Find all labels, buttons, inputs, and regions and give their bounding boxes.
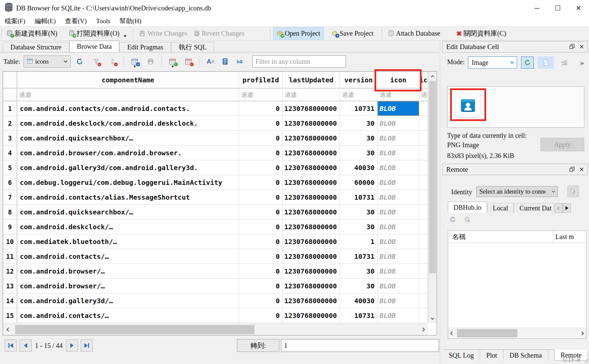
write-changes-button[interactable]: Write Changes <box>136 28 191 39</box>
cell-profileId[interactable]: 0 <box>239 264 283 279</box>
menu-item-3[interactable]: Tools <box>91 16 115 26</box>
word-wrap-button[interactable] <box>222 58 229 65</box>
close-panel-icon[interactable]: × <box>579 43 584 50</box>
horizontal-scrollbar-thumb[interactable] <box>15 325 254 334</box>
mode-combobox[interactable]: Image <box>468 56 517 69</box>
cell-componentName[interactable]: com.android.contacts/alias.MessageShortc… <box>17 190 239 205</box>
scroll-right-icon[interactable] <box>578 328 586 338</box>
null-value-button[interactable] <box>558 56 571 69</box>
cell-icon[interactable]: BLOB <box>378 160 419 175</box>
row-number[interactable]: 13 <box>3 279 17 293</box>
cell-lastUpdated[interactable]: 1230768000000 <box>283 308 340 323</box>
identity-combobox[interactable]: Select an identity to conne <box>476 186 558 197</box>
cell-icon[interactable]: BLOB <box>378 219 419 234</box>
bottom-tab-plot[interactable]: Plot <box>480 350 503 361</box>
pagination-next-button[interactable] <box>66 339 78 352</box>
cell-componentName[interactable]: com.android.deskclock/com.android.deskcl… <box>17 116 239 131</box>
cell-version[interactable]: 10731 <box>340 249 378 264</box>
cell-componentName[interactable]: com.android.gallery3d/com.android.galler… <box>17 160 239 175</box>
cell-componentName[interactable]: com.mediatek.bluetooth/… <box>17 234 239 249</box>
cell-componentName[interactable]: com.debug.loggerui/com.debug.loggerui.Ma… <box>17 175 239 190</box>
bottom-tab-db-schema[interactable]: DB Schema <box>504 350 548 361</box>
scroll-left-icon[interactable] <box>3 324 14 335</box>
clear-sorting-button[interactable]: − <box>109 58 116 65</box>
row-number[interactable]: 12 <box>3 264 17 279</box>
new-database-button[interactable]: + 新建資料庫(N) <box>3 27 61 40</box>
cell-profileId[interactable]: 0 <box>239 146 283 160</box>
remote-list-scrollbar[interactable] <box>448 328 586 338</box>
cell-componentName[interactable]: com.android.browser/… <box>17 264 239 279</box>
cell-icon[interactable]: BLOB <box>378 205 419 219</box>
cell-componentName[interactable]: com.android.contacts/com.android.contact… <box>17 101 239 116</box>
save-project-button[interactable]: ▪ Save Project <box>328 28 377 39</box>
goto-button[interactable]: 轉到: <box>237 339 279 352</box>
open-project-button[interactable]: ➜ Open Project <box>273 27 324 40</box>
tab-scroll-right-button[interactable] <box>563 203 571 213</box>
save-table-button[interactable]: ▪▼ <box>131 58 139 65</box>
cell-icon[interactable]: BLOB <box>378 234 419 249</box>
cell-icon[interactable]: BLOB <box>378 249 419 264</box>
cell-clipped[interactable] <box>419 293 428 308</box>
tab-database-structure[interactable]: Database Structure <box>3 42 69 52</box>
remote-clone-button[interactable] <box>465 216 470 224</box>
open-database-button[interactable]: ➜ 打開資料庫(O) ▼ <box>66 27 130 40</box>
row-number[interactable]: 4 <box>3 146 17 160</box>
cell-icon[interactable]: BLOB <box>378 308 419 323</box>
cell-lastUpdated[interactable]: 1230768000000 <box>283 131 340 146</box>
cell-icon[interactable]: BLOB <box>378 101 419 116</box>
cell-lastUpdated[interactable]: 1230768000000 <box>283 234 340 249</box>
encoding-button[interactable]: ba <box>236 58 243 65</box>
cell-clipped[interactable] <box>419 249 428 264</box>
filter-any-column-input[interactable] <box>252 55 346 68</box>
cell-version[interactable]: 30 <box>340 146 378 160</box>
import-data-button[interactable] <box>521 56 534 69</box>
cell-lastUpdated[interactable]: 1230768000000 <box>283 279 340 293</box>
pagination-first-button[interactable] <box>5 339 17 352</box>
cell-componentName[interactable]: com.android.browser/com.android.browser. <box>17 146 239 160</box>
scroll-right-icon[interactable] <box>417 324 428 335</box>
cell-lastUpdated[interactable]: 1230768000000 <box>283 146 340 160</box>
cell-clipped[interactable] <box>419 234 428 249</box>
cell-version[interactable]: 30 <box>340 264 378 279</box>
cell-lastUpdated[interactable]: 1230768000000 <box>283 160 340 175</box>
row-number[interactable]: 2 <box>3 116 17 131</box>
print-button[interactable] <box>147 58 154 65</box>
cell-profileId[interactable]: 0 <box>239 205 283 219</box>
tab-scroll-left-button[interactable] <box>555 203 563 213</box>
column-header-componentName[interactable]: componentName <box>17 72 239 88</box>
cell-componentName[interactable]: com.android.contacts/… <box>17 308 239 323</box>
cell-profileId[interactable]: 0 <box>239 249 283 264</box>
revert-changes-button[interactable]: Revert Changes <box>191 28 248 39</box>
scroll-down-icon[interactable] <box>428 314 437 323</box>
menu-item-4[interactable]: 幫助(H) <box>115 16 146 26</box>
cell-profileId[interactable]: 0 <box>239 219 283 234</box>
font-button[interactable]: AA <box>207 58 214 65</box>
cell-profileId[interactable]: 0 <box>239 293 283 308</box>
cell-icon[interactable]: BLOB <box>378 131 419 146</box>
cell-lastUpdated[interactable]: 1230768000000 <box>283 175 340 190</box>
cell-lastUpdated[interactable]: 1230768000000 <box>283 116 340 131</box>
cell-version[interactable]: 40030 <box>340 293 378 308</box>
column-header-lastUpdated[interactable]: lastUpdated <box>283 72 340 88</box>
horizontal-scrollbar[interactable] <box>3 324 428 335</box>
goto-record-input[interactable] <box>281 339 439 352</box>
cell-componentName[interactable]: com.android.quicksearchbox/… <box>17 205 239 219</box>
row-number[interactable]: 14 <box>3 293 17 308</box>
row-number[interactable]: 6 <box>3 175 17 190</box>
tab-browse-data[interactable]: Browse Data <box>69 41 120 52</box>
cell-lastUpdated[interactable]: 1230768000000 <box>283 293 340 308</box>
attach-database-button[interactable]: Attach Database <box>385 28 444 39</box>
cell-componentName[interactable]: com.android.deskclock/… <box>17 219 239 234</box>
cell-profileId[interactable]: 0 <box>239 160 283 175</box>
cell-clipped[interactable] <box>419 116 428 131</box>
cell-icon[interactable]: BLOB <box>378 175 419 190</box>
menu-item-1[interactable]: 編輯(E) <box>30 16 60 26</box>
column-header-profileId[interactable]: profileId <box>239 72 283 88</box>
cell-icon[interactable]: BLOB <box>378 279 419 293</box>
pagination-last-button[interactable] <box>81 339 93 352</box>
cell-version[interactable]: 30 <box>340 205 378 219</box>
remote-scrollbar-thumb[interactable] <box>457 329 517 337</box>
cell-profileId[interactable]: 0 <box>239 175 283 190</box>
remote-tab-dbhub[interactable]: DBHub.io <box>448 202 487 213</box>
cell-icon[interactable]: BLOB <box>378 190 419 205</box>
